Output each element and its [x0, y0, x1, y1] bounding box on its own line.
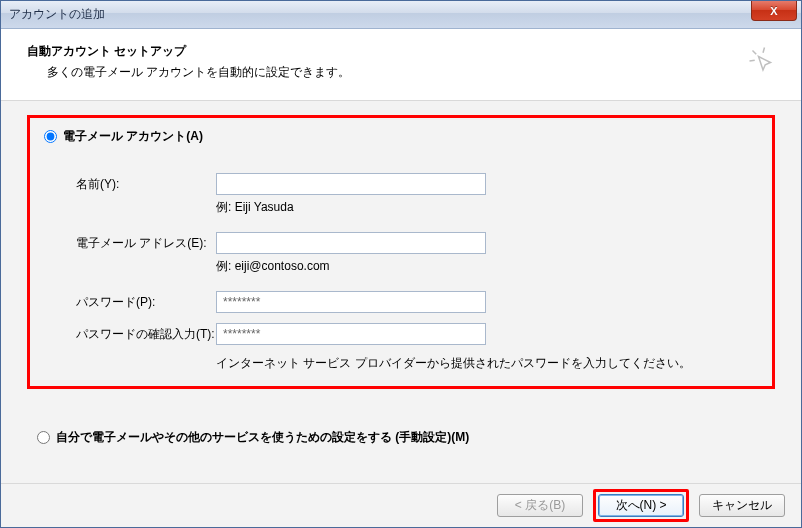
email-row: 電子メール アドレス(E): — [76, 232, 758, 254]
next-button[interactable]: 次へ(N) > — [598, 494, 684, 517]
password-input[interactable] — [216, 291, 486, 313]
email-input[interactable] — [216, 232, 486, 254]
email-label: 電子メール アドレス(E): — [76, 235, 216, 252]
name-input[interactable] — [216, 173, 486, 195]
radio-email-account[interactable] — [44, 130, 57, 143]
cursor-sparkle-icon — [745, 43, 781, 82]
name-row: 名前(Y): — [76, 173, 758, 195]
svg-line-0 — [753, 51, 757, 55]
password-confirm-input[interactable] — [216, 323, 486, 345]
password-hint: インターネット サービス プロバイダーから提供されたパスワードを入力してください… — [76, 355, 758, 372]
add-account-window: アカウントの追加 X 自動アカウント セットアップ 多くの電子メール アカウント… — [0, 0, 802, 528]
wizard-header-text: 自動アカウント セットアップ 多くの電子メール アカウントを自動的に設定できます… — [27, 43, 350, 81]
password-confirm-label: パスワードの確認入力(T): — [76, 326, 216, 343]
wizard-heading: 自動アカウント セットアップ — [27, 43, 350, 60]
close-icon: X — [770, 5, 777, 17]
radio-email-account-label[interactable]: 電子メール アカウント(A) — [63, 128, 203, 145]
window-title: アカウントの追加 — [1, 6, 105, 23]
wizard-footer: < 戻る(B) 次へ(N) > キャンセル — [1, 483, 801, 527]
email-hint: 例: eiji@contoso.com — [76, 258, 758, 275]
wizard-subheading: 多くの電子メール アカウントを自動的に設定できます。 — [27, 64, 350, 81]
titlebar[interactable]: アカウントの追加 X — [1, 1, 801, 29]
form-grid: 名前(Y): 例: Eiji Yasuda 電子メール アドレス(E): 例: … — [44, 173, 758, 372]
radio-manual-row: 自分で電子メールやその他のサービスを使うための設定をする (手動設定)(M) — [27, 429, 775, 446]
email-account-section: 電子メール アカウント(A) 名前(Y): 例: Eiji Yasuda 電子メ… — [27, 115, 775, 389]
wizard-body: 電子メール アカウント(A) 名前(Y): 例: Eiji Yasuda 電子メ… — [1, 101, 801, 497]
svg-line-1 — [763, 48, 765, 53]
password-row: パスワード(P): — [76, 291, 758, 313]
name-label: 名前(Y): — [76, 176, 216, 193]
radio-manual-label[interactable]: 自分で電子メールやその他のサービスを使うための設定をする (手動設定)(M) — [56, 429, 469, 446]
wizard-header: 自動アカウント セットアップ 多くの電子メール アカウントを自動的に設定できます… — [1, 29, 801, 101]
password-confirm-row: パスワードの確認入力(T): — [76, 323, 758, 345]
back-button: < 戻る(B) — [497, 494, 583, 517]
name-hint: 例: Eiji Yasuda — [76, 199, 758, 216]
next-button-highlight: 次へ(N) > — [593, 489, 689, 522]
radio-manual-setup[interactable] — [37, 431, 50, 444]
cancel-button[interactable]: キャンセル — [699, 494, 785, 517]
svg-line-2 — [750, 60, 755, 61]
radio-email-account-row: 電子メール アカウント(A) — [44, 128, 758, 145]
password-label: パスワード(P): — [76, 294, 216, 311]
close-button[interactable]: X — [751, 1, 797, 21]
